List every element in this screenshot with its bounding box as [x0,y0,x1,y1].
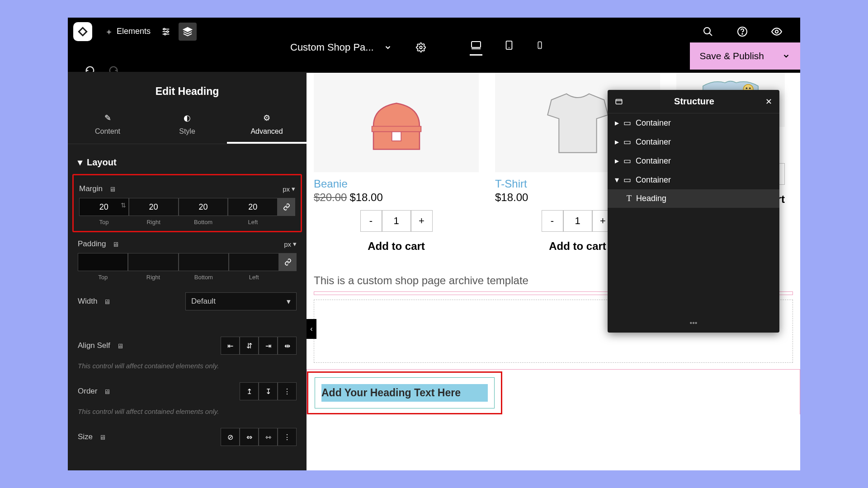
svg-rect-23 [616,99,622,104]
text-icon: T [627,194,632,203]
container-icon: ▭ [623,175,631,185]
structure-item-heading[interactable]: T Heading [608,189,779,208]
heading-section[interactable]: Add Your Heading Text Here [307,369,800,414]
size-label: Size [78,432,93,441]
padding-bottom-input[interactable] [179,253,229,271]
align-self-label: Align Self [78,341,110,350]
caret-down-icon: ▾ [78,157,82,168]
svg-point-11 [775,30,778,33]
close-icon[interactable]: ✕ [765,97,772,107]
container-icon: ▭ [623,137,631,147]
order-more-button[interactable]: ⋮ [278,382,297,400]
responsive-icon[interactable]: 🖥 [112,240,119,248]
heading-widget[interactable]: Add Your Heading Text Here [321,384,488,402]
size-grow-button[interactable]: ⇔ [240,428,259,446]
panel-resize-handle[interactable]: ••• [608,316,779,330]
qty-increase-button[interactable]: + [411,210,433,232]
product-title[interactable]: Beanie [314,172,479,191]
order-last-button[interactable]: ↧ [259,382,278,400]
order-label: Order [78,387,97,396]
svg-point-22 [749,88,751,89]
tab-advanced[interactable]: ⚙ Advanced [227,108,307,144]
responsive-icon[interactable]: 🖥 [99,433,106,441]
size-shrink-button[interactable]: ⇿ [259,428,278,446]
align-stretch-button[interactable]: ⇹ [278,337,297,355]
chevron-down-icon[interactable] [782,52,790,60]
padding-unit-select[interactable]: px ▾ [284,240,297,248]
search-icon[interactable] [699,23,717,41]
align-end-button[interactable]: ⇥ [259,337,278,355]
structure-item[interactable]: ▸▭Container [608,132,779,151]
container-icon: ▭ [623,156,631,166]
section-layout-toggle[interactable]: ▾ Layout [68,152,307,174]
margin-top-input[interactable] [79,198,129,216]
margin-unit-select[interactable]: px ▾ [283,185,295,193]
settings-icon[interactable] [157,23,175,41]
sidebar-collapse-toggle[interactable]: ‹ [307,319,316,339]
svg-point-10 [742,33,743,34]
tab-content[interactable]: ✎ Content [68,108,147,144]
help-icon[interactable] [733,23,751,41]
page-title-dropdown[interactable]: Custom Shop Pa... [290,42,374,53]
sidebar-header: Edit Heading [68,72,307,108]
margin-right-input[interactable] [129,198,179,216]
padding-right-input[interactable] [128,253,178,271]
svg-point-7 [704,28,710,34]
responsive-icon[interactable]: 🖥 [104,388,110,395]
order-first-button[interactable]: ↥ [240,382,259,400]
elements-label: Elements [117,27,151,36]
panel-options-icon[interactable] [615,98,623,106]
qty-decrease-button[interactable]: - [360,210,382,232]
padding-label: Padding [78,239,106,249]
layers-icon[interactable] [179,23,197,41]
page-settings-icon[interactable] [412,38,430,56]
qty-input[interactable] [382,210,411,232]
structure-item[interactable]: ▸▭Container [608,113,779,132]
tab-style[interactable]: ◐ Style [147,108,227,144]
chevron-down-icon: ▾ [287,297,291,306]
editor-sidebar: Edit Heading ✎ Content ◐ Style ⚙ Advance… [68,72,307,470]
width-select[interactable]: Default ▾ [185,292,297,310]
align-note: This control will affect contained eleme… [68,361,307,375]
save-publish-button[interactable]: Save & Publish [690,42,800,70]
product-card: Beanie $20.00$18.00 - + Add to cart [314,73,479,261]
padding-top-input[interactable] [78,253,128,271]
add-to-cart-button[interactable]: Add to cart [314,232,479,261]
margin-link-toggle[interactable] [278,198,295,216]
tablet-device[interactable] [504,40,514,56]
svg-point-5 [164,33,166,35]
padding-link-toggle[interactable] [279,253,297,271]
svg-rect-13 [472,42,481,47]
margin-left-input[interactable] [228,198,278,216]
width-label: Width [78,297,97,306]
size-more-button[interactable]: ⋮ [278,428,297,446]
contrast-icon: ◐ [147,113,227,123]
size-none-button[interactable]: ⊘ [221,428,240,446]
responsive-icon[interactable]: 🖥 [109,185,116,193]
qty-decrease-button[interactable]: - [542,210,563,232]
chevron-down-icon: ▾ [293,240,297,248]
svg-point-21 [746,88,748,89]
margin-label: Margin [79,184,103,193]
margin-bottom-input[interactable] [179,198,228,216]
svg-point-3 [164,28,165,30]
save-label: Save & Publish [700,51,764,61]
app-logo[interactable] [73,22,92,41]
align-center-button[interactable]: ⇵ [240,337,259,355]
structure-panel[interactable]: Structure ✕ ▸▭Container ▸▭Container ▸▭Co… [608,90,779,333]
padding-left-input[interactable] [229,253,279,271]
structure-item[interactable]: ▸▭Container [608,151,779,170]
chevron-down-icon[interactable] [384,43,392,52]
structure-item[interactable]: ▾▭Container [608,170,779,189]
desktop-device[interactable] [470,40,482,56]
product-price: $20.00$18.00 [314,191,479,210]
preview-icon[interactable] [768,23,786,41]
responsive-icon[interactable]: 🖥 [104,298,110,305]
qty-input[interactable] [563,210,592,232]
order-note: This control will affect contained eleme… [68,407,307,421]
mobile-device[interactable] [536,40,544,56]
elements-button[interactable]: ＋ Elements [100,23,155,40]
align-start-button[interactable]: ⇤ [221,337,240,355]
pencil-icon: ✎ [68,113,147,123]
responsive-icon[interactable]: 🖥 [117,342,123,350]
